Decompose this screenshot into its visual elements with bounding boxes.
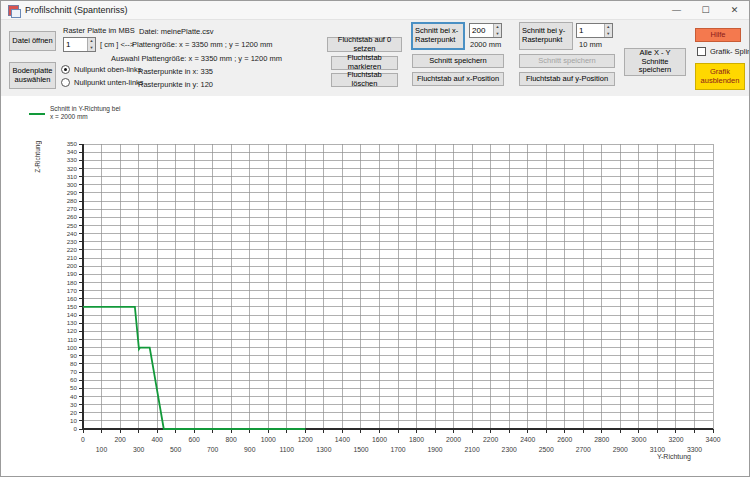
axis-tick-label: 200 [114,436,126,443]
axis-tick-label: 2500 [539,446,554,453]
axis-tick-label: 160 [67,295,78,302]
axis-tick-label: 220 [67,246,78,253]
axis-tick-label: 3300 [687,446,702,453]
radio-icon-checked[interactable] [61,65,70,74]
x-raster-spinner-arrows[interactable]: ▲ ▼ [493,24,501,37]
axis-tick-label: 140 [67,311,78,318]
axis-tick-label: 2200 [483,436,498,443]
control-panel: Datei öffnen Raster Platte im MBS ▲ ▼ [ … [1,20,749,96]
fluchtstab-x-position-button[interactable]: Fluchtstab auf x-Position [412,72,504,86]
axis-tick-label: 310 [67,173,78,180]
raster-spinner-input[interactable] [64,38,87,51]
axis-tick-label: 280 [67,197,78,204]
axis-tick-label: 3400 [705,436,720,443]
close-button[interactable]: ✕ [720,1,749,19]
bodenplatte-button[interactable]: Bodenplatte auswählen [9,62,56,89]
raster-spinner[interactable]: ▲ ▼ [63,37,96,52]
axis-tick-label: 150 [67,303,78,310]
axis-tick-label: 1100 [280,446,295,453]
profile-chart: Schnitt in Y-Richtung bei x = 2000 mm Z-… [1,96,749,477]
axis-tick-label: 340 [67,148,78,155]
open-file-button[interactable]: Datei öffnen [9,31,56,51]
schnitt-x-button[interactable]: Schnitt bei x-Rasterpunkt [411,22,465,50]
spinner-down-icon[interactable]: ▼ [605,31,612,38]
axis-tick-label: 2400 [520,436,535,443]
file-name-label: Datei: meinePlatte.csv [139,27,214,36]
schnitt-y-button[interactable]: Schnitt bei y-Rasterpunkt [519,22,573,50]
fluchtstab-zero-button[interactable]: Fluchtstab auf 0 setzen [327,37,402,52]
axis-tick-label: 20 [70,409,77,416]
grafik-ausblenden-button[interactable]: Grafik ausblenden [695,63,745,90]
axis-tick-label: 40 [70,393,77,400]
axis-tick-label: 1200 [298,436,313,443]
axis-tick-label: 1800 [409,436,424,443]
x-raster-spinner[interactable]: ▲ ▼ [469,23,502,38]
plate-size-label: Plattengröße: x = 3350 mm ; y = 1200 mm [132,40,272,49]
raster-points-y-label: Rasterpunkte in y: 120 [138,80,213,89]
axis-tick-label: 120 [67,327,78,334]
x-raster-spinner-input[interactable] [470,24,493,37]
axis-tick-label: 10 [70,417,77,424]
checkbox-icon[interactable] [697,47,706,56]
axis-tick-label: 500 [170,446,182,453]
axis-tick-label: 60 [70,376,77,383]
axis-tick-label: 180 [67,279,78,286]
cm-label: [ cm ] <--> [100,40,134,49]
schnitt-speichern-y-button: Schnitt speichern [519,54,615,68]
axis-tick-label: 1900 [427,446,442,453]
axis-tick-label: 1400 [335,436,350,443]
raster-spinner-arrows[interactable]: ▲ ▼ [87,38,95,51]
y-raster-spinner[interactable]: ▲ ▼ [576,23,613,38]
radio-bottom-left-label: Nullpunkt unten-links [74,78,144,87]
axis-tick-label: 90 [70,352,77,359]
spinner-down-icon[interactable]: ▼ [88,45,95,52]
axis-tick-label: 1300 [316,446,331,453]
alle-schnitte-button[interactable]: Alle X - Y Schnitte speichern [624,48,686,76]
y-raster-spinner-input[interactable] [577,24,604,37]
axis-tick-label: 110 [67,336,77,343]
axis-tick-label: 100 [67,344,78,351]
hilfe-button[interactable]: Hilfe [695,28,741,42]
axis-tick-label: 230 [67,238,78,245]
fluchtstab-y-position-button[interactable]: Fluchtstab auf y-Position [519,72,615,86]
axis-tick-label: 3000 [631,436,646,443]
axis-tick-label: 270 [67,205,78,212]
axis-tick-label: 80 [70,360,77,367]
axis-tick-label: 1600 [372,436,387,443]
axis-tick-label: 1700 [390,446,405,453]
axis-tick-label: 330 [67,156,78,163]
radio-top-left-label: Nullpunkt oben-links [74,65,142,74]
radio-nullpunkt-unten[interactable]: Nullpunkt unten-links [61,78,144,87]
spinner-down-icon[interactable]: ▼ [494,31,501,38]
titlebar: Profilschnitt (Spantenriss) — ☐ ✕ [1,1,749,20]
axis-tick-label: 600 [189,436,201,443]
y-raster-spinner-arrows[interactable]: ▲ ▼ [604,24,612,37]
minimize-button[interactable]: — [662,1,691,19]
fluchtstab-delete-button[interactable]: Fluchtstab löschen [331,73,398,87]
grafik-spline-label: Grafik- Spline [710,47,750,56]
app-icon [8,5,19,16]
axis-tick-label: 800 [226,436,238,443]
radio-icon-unchecked[interactable] [61,78,70,87]
radio-nullpunkt-oben[interactable]: Nullpunkt oben-links [61,65,142,74]
axis-tick-label: 50 [70,384,77,391]
axis-tick-label: 2100 [465,446,480,453]
maximize-button[interactable]: ☐ [691,1,720,19]
axis-tick-label: 240 [67,230,78,237]
axis-tick-label: 100 [96,446,108,453]
schnitt-speichern-x-button[interactable]: Schnitt speichern [412,54,504,68]
window-title: Profilschnitt (Spantenriss) [25,5,128,15]
axis-tick-label: 0 [81,436,85,443]
axis-tick-label: 1500 [353,446,368,453]
axis-tick-label: 0 [74,425,78,432]
axis-tick-label: 1000 [261,436,276,443]
axis-tick-label: 300 [67,181,78,188]
x-raster-mm-label: 2000 mm [470,40,501,49]
axis-tick-label: 2900 [613,446,628,453]
axis-tick-label: 200 [67,262,78,269]
fluchtstab-mark-button[interactable]: Fluchtstab markieren [331,56,398,70]
axis-tick-label: 2300 [502,446,517,453]
axis-tick-label: 2600 [557,436,572,443]
grafik-spline-checkbox[interactable]: Grafik- Spline [697,47,750,56]
y-raster-mm-label: 10 mm [579,40,602,49]
